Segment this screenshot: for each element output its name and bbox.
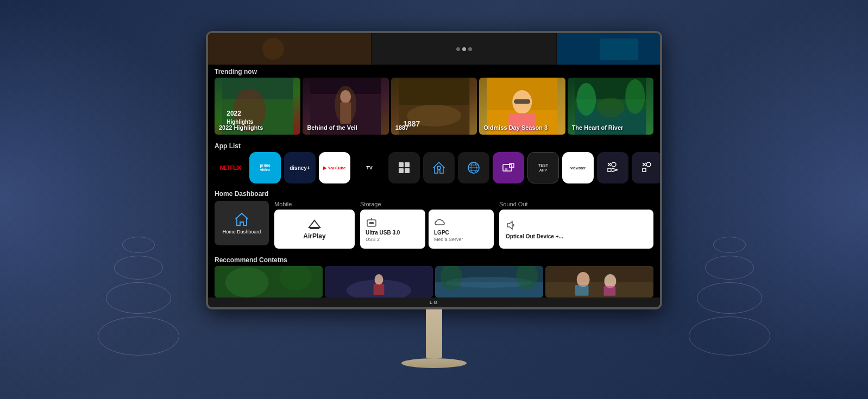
home-dashboard-button[interactable]: Home Dashboard: [215, 201, 269, 245]
bg-blob-right: [651, 0, 868, 399]
svg-rect-2: [251, 44, 328, 60]
app-test[interactable]: TESTAPP: [527, 152, 559, 183]
svg-rect-36: [405, 162, 410, 167]
home-dashboard-label: Home Dashboard: [223, 229, 261, 235]
monitor: Trending now 2022 Highlights 2022 Highli…: [200, 31, 668, 368]
recommend-row: [208, 266, 660, 297]
svg-point-70: [225, 267, 269, 297]
banner-dot-3: [468, 47, 472, 51]
trending-card-river[interactable]: The Heart of River: [568, 78, 653, 135]
banner-area: [208, 33, 660, 65]
storage-card-lgpc[interactable]: LGPC Media Server: [429, 210, 494, 249]
app-media-player[interactable]: [493, 152, 524, 183]
recommend-label: Reccommend Contetns: [208, 253, 660, 266]
app-prime-video[interactable]: primevideo: [249, 152, 281, 183]
banner-dot-2: [462, 47, 466, 51]
app-game1[interactable]: [597, 152, 628, 183]
svg-rect-27: [514, 99, 530, 104]
app-viewster[interactable]: viewster: [562, 152, 594, 183]
svg-line-55: [612, 170, 618, 172]
svg-marker-39: [433, 162, 444, 173]
trending-card-1887[interactable]: 1887 1887: [391, 78, 477, 135]
trending-label: Trending now: [208, 65, 660, 78]
svg-point-52: [612, 162, 616, 167]
monitor-stand: [401, 309, 467, 368]
storage-label: Storage: [360, 201, 494, 210]
storage-section: Storage Ultra USB 3.0 USB 2: [360, 201, 494, 249]
stand-neck: [426, 309, 442, 358]
monitor-frame: Trending now 2022 Highlights 2022 Highli…: [206, 31, 662, 309]
banner-middle: [372, 33, 556, 65]
rec-card-person[interactable]: [325, 266, 433, 297]
rec-green-image: [215, 266, 323, 297]
card-label-1887: 1887: [395, 124, 408, 131]
storage-cards: Ultra USB 3.0 USB 2 LGPC Media Server: [360, 210, 494, 249]
section-row: Home Dashboard Mobile AirPlay: [215, 201, 653, 249]
usb-title: Ultra USB 3.0: [366, 230, 400, 236]
banner-dot-1: [456, 47, 460, 51]
lgpc-title: LGPC: [434, 230, 449, 236]
game2-icon: [640, 160, 655, 175]
lgpc-sub: Media Server: [434, 237, 463, 242]
rec-card-water[interactable]: [435, 266, 543, 297]
svg-rect-64: [310, 227, 319, 229]
svg-rect-38: [405, 168, 410, 173]
svg-rect-1: [241, 36, 338, 62]
app-netflix[interactable]: NETFLIX: [215, 152, 246, 183]
app-grid[interactable]: [388, 152, 420, 183]
sound-card[interactable]: Optical Out Device +...: [499, 210, 653, 249]
svg-point-74: [375, 274, 383, 285]
app-youtube[interactable]: ▶ YouTube: [319, 152, 350, 183]
banner-left: [208, 33, 371, 65]
rec-water-image: [435, 266, 543, 297]
svg-rect-66: [369, 222, 374, 224]
svg-rect-5: [262, 33, 317, 47]
svg-rect-0: [208, 33, 371, 65]
mobile-section: Mobile AirPlay: [274, 201, 355, 249]
app-smart-home[interactable]: [423, 152, 455, 183]
prime-label: primevideo: [260, 163, 270, 173]
svg-point-40: [437, 166, 441, 169]
globe-icon: [466, 160, 481, 175]
rec-kids-image: [545, 266, 653, 297]
svg-rect-8: [600, 37, 644, 56]
sound-device-name: Optical Out Device +...: [506, 233, 563, 239]
netflix-label: NETFLIX: [220, 164, 241, 171]
svg-line-54: [612, 168, 618, 170]
usb-icon: [366, 217, 378, 229]
rec-card-green[interactable]: [215, 266, 323, 297]
airplay-label: AirPlay: [303, 232, 325, 240]
airplay-icon: [307, 218, 322, 230]
app-browser[interactable]: [458, 152, 489, 183]
app-game2[interactable]: [632, 152, 660, 183]
home-dashboard-section: Home Dashboard Home Dashboard Mobile: [208, 188, 660, 253]
home-dashboard-icon: [234, 212, 249, 227]
home-dashboard-section-label: Home Dashboard: [215, 188, 653, 201]
trending-card-veil[interactable]: Behind of the Veil: [303, 78, 388, 135]
screen: Trending now 2022 Highlights 2022 Highli…: [208, 33, 660, 297]
card-label-oldmiss: Oldmiss Day Season 3: [483, 124, 548, 131]
appletv-label: TV: [366, 165, 373, 170]
svg-rect-6: [557, 33, 660, 65]
app-list-row: NETFLIX primevideo disney+ ▶ YouTube TV: [208, 152, 660, 188]
trending-card-football[interactable]: 2022 Highlights 2022 Highlights: [215, 78, 300, 135]
music-icon: [501, 160, 516, 175]
svg-rect-3: [219, 39, 238, 65]
svg-marker-68: [507, 221, 512, 229]
cloud-icon: [434, 217, 446, 229]
youtube-label: ▶ YouTube: [323, 166, 345, 170]
banner-dots: [456, 47, 472, 51]
rec-card-kids[interactable]: [545, 266, 653, 297]
viewster-label: viewster: [570, 166, 586, 170]
app-disney-plus[interactable]: disney+: [284, 152, 316, 183]
storage-card-usb[interactable]: Ultra USB 3.0 USB 2: [360, 210, 425, 249]
svg-point-58: [646, 162, 651, 167]
app-apple-tv[interactable]: TV: [354, 152, 385, 183]
airplay-card[interactable]: AirPlay: [274, 210, 355, 249]
svg-marker-63: [309, 220, 320, 227]
svg-point-83: [577, 272, 590, 287]
svg-rect-86: [603, 286, 615, 296]
trending-card-oldmiss[interactable]: Oldmiss Day Season 3: [479, 78, 565, 135]
svg-rect-37: [399, 168, 404, 173]
svg-rect-75: [374, 284, 385, 295]
